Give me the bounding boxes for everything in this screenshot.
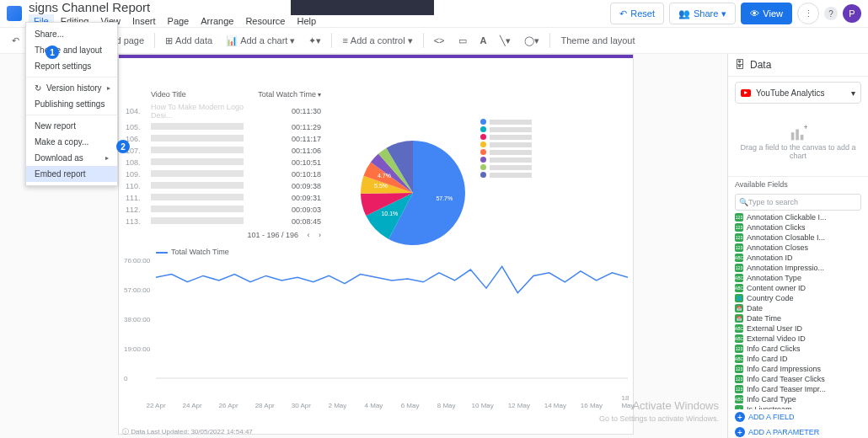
svg-text:5.5%: 5.5% <box>374 183 388 189</box>
svg-text:10.1%: 10.1% <box>381 211 398 216</box>
table-row[interactable]: 107.00:11:06 <box>122 145 324 157</box>
x-tick: 24 Apr <box>182 402 201 409</box>
field-item[interactable]: ABCInfo Card ID <box>728 354 868 364</box>
add-control-button[interactable]: ≡ Add a control ▾ <box>335 31 419 50</box>
file-menu-version-history[interactable]: ↻Version history <box>26 80 117 96</box>
table-row[interactable]: 105.00:11:29 <box>122 121 324 133</box>
file-menu-theme-and-layout[interactable]: Theme and layout <box>26 42 117 58</box>
datasource-select[interactable]: YouTube Analytics ▾ <box>735 82 861 104</box>
field-item[interactable]: 123Info Card Teaser Impr... <box>728 384 868 394</box>
file-menu-embed-report[interactable]: Embed report <box>26 166 117 182</box>
legend-item <box>480 119 532 125</box>
field-item[interactable]: 📅Date <box>728 303 868 313</box>
legend-item <box>480 157 532 163</box>
line-button[interactable]: ╲▾ <box>493 31 517 50</box>
table-row[interactable]: 111.00:09:31 <box>122 192 324 204</box>
field-item[interactable]: ABCInfo Card Type <box>728 394 868 404</box>
y-tick: 19:00:00 <box>124 345 150 353</box>
help-badge[interactable]: ? <box>824 7 838 20</box>
redaction-box <box>291 0 434 15</box>
theme-layout-button[interactable]: Theme and layout <box>554 31 641 50</box>
x-tick: 2 May <box>328 402 346 409</box>
field-item[interactable]: 123Annotation Clickable I... <box>728 212 868 222</box>
undo-button[interactable]: ↶ <box>5 31 26 50</box>
table-row[interactable]: 108.00:10:51 <box>122 157 324 168</box>
file-menu: Share...Theme and layoutReport settings↻… <box>25 22 118 186</box>
svg-rect-6 <box>796 130 799 141</box>
field-item[interactable]: 123Info Card Teaser Clicks <box>728 374 868 384</box>
add-chart-button[interactable]: 📊 Add a chart ▾ <box>219 31 302 50</box>
line-chart[interactable]: Total Watch Time 76:00:0057:00:0038:00:0… <box>131 256 628 399</box>
add-data-button[interactable]: ⊞ Add data <box>158 31 219 50</box>
field-item[interactable]: ABCExternal Video ID <box>728 334 868 344</box>
view-button[interactable]: 👁 View <box>741 3 792 24</box>
field-item[interactable]: 123Annotation Impressio... <box>728 263 868 273</box>
pie-chart[interactable]: 57.7%10.1%5.5%4.7% <box>354 134 472 252</box>
table-row[interactable]: 104.How To Make Modern Logo Desi...00:11… <box>122 101 324 121</box>
field-item[interactable]: 123Info Card Impressions <box>728 364 868 374</box>
view-label: View <box>763 8 783 19</box>
pager-text: 101 - 196 / 196 <box>247 231 298 239</box>
field-item[interactable]: ABCExternal User ID <box>728 323 868 334</box>
pager-prev[interactable]: ‹ <box>307 231 309 239</box>
more-options-button[interactable]: ⋮ <box>797 3 819 24</box>
legend-item <box>480 126 532 132</box>
reset-button[interactable]: ↶ Reset <box>610 3 664 24</box>
x-tick: 4 May <box>365 402 383 409</box>
drop-target[interactable]: + Drag a field to the canvas to add a ch… <box>728 109 868 177</box>
file-menu-download-as[interactable]: Download as <box>26 150 117 166</box>
callout-1: 1 <box>46 45 59 59</box>
file-menu-share-[interactable]: Share... <box>26 26 117 42</box>
file-menu-publishing-settings[interactable]: Publishing settings <box>26 96 117 112</box>
shape-button[interactable]: ◯▾ <box>517 31 546 50</box>
y-tick: 38:00:00 <box>124 316 150 323</box>
add-parameter-button[interactable]: +ADD A PARAMETER <box>728 425 868 438</box>
community-viz-button[interactable]: ✦▾ <box>302 31 328 50</box>
menu-insert[interactable]: Insert <box>127 14 161 28</box>
field-item[interactable]: 📅Date Time <box>728 313 868 323</box>
line-chart-svg <box>131 256 628 382</box>
field-item[interactable]: 123Annotation Clicks <box>728 222 868 232</box>
field-item[interactable]: 123Annotation Closes <box>728 243 868 253</box>
table-row[interactable]: 109.00:10:18 <box>122 168 324 180</box>
field-item[interactable]: 123Info Card Clicks <box>728 344 868 354</box>
avatar[interactable]: P <box>843 4 861 23</box>
svg-text:57.7%: 57.7% <box>436 195 453 201</box>
db-icon: 🗄 <box>735 59 745 71</box>
menu-arrange[interactable]: Arrange <box>196 14 238 28</box>
add-field-button[interactable]: +ADD A FIELD <box>728 409 868 425</box>
file-menu-new-report[interactable]: New report <box>26 118 117 134</box>
y-tick: 57:00:00 <box>124 286 150 294</box>
file-menu-report-settings[interactable]: Report settings <box>26 58 117 74</box>
data-panel-title: Data <box>750 59 771 71</box>
table-pager: 101 - 196 / 196 ‹ › <box>122 227 324 239</box>
table-row[interactable]: 106.00:11:17 <box>122 133 324 145</box>
menu-page[interactable]: Page <box>163 14 195 28</box>
video-table[interactable]: Video Title Total Watch Time 104.How To … <box>122 88 324 239</box>
url-embed-button[interactable]: <> <box>427 31 452 50</box>
file-menu-make-a-copy-[interactable]: Make a copy... <box>26 134 117 150</box>
add-chart-icon: + <box>789 125 807 143</box>
share-button[interactable]: 👥 Share ▾ <box>669 3 736 24</box>
svg-rect-7 <box>801 135 804 140</box>
image-button[interactable]: ▭ <box>452 31 474 50</box>
x-tick: 10 May <box>472 402 494 409</box>
col-watch-time[interactable]: Total Watch Time <box>255 88 324 101</box>
svg-text:+: + <box>803 125 807 131</box>
table-row[interactable]: 110.00:09:38 <box>122 180 324 192</box>
field-item[interactable]: ABCAnnotation ID <box>728 253 868 263</box>
field-item[interactable]: 123Annotation Closable I... <box>728 232 868 243</box>
field-search[interactable]: 🔍 Type to search <box>735 194 861 211</box>
menu-resource[interactable]: Resource <box>240 14 290 28</box>
field-item[interactable]: ABCContent owner ID <box>728 283 868 293</box>
table-row[interactable]: 112.00:09:03 <box>122 204 324 216</box>
pager-next[interactable]: › <box>319 231 321 239</box>
legend-item <box>480 142 532 147</box>
svg-rect-5 <box>791 132 795 140</box>
text-button[interactable]: A <box>474 31 494 50</box>
field-item[interactable]: ABCAnnotation Type <box>728 273 868 283</box>
col-video-title[interactable]: Video Title <box>147 88 255 101</box>
field-item[interactable]: 🌐Country Code <box>728 293 868 303</box>
table-row[interactable]: 113.00:08:45 <box>122 216 324 227</box>
menu-help[interactable]: Help <box>292 14 321 28</box>
